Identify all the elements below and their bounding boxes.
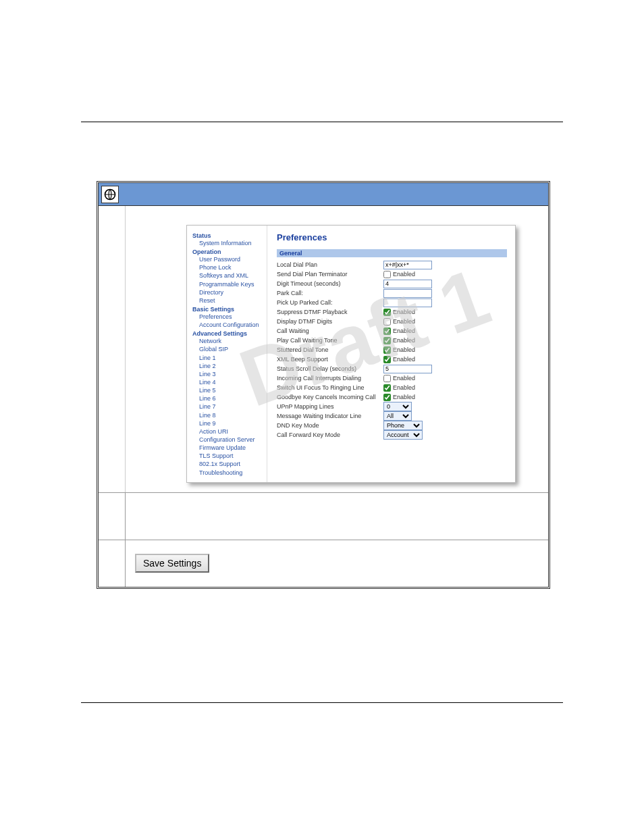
step-rows: Save Settings (99, 492, 548, 587)
txt-enabled: Enabled (393, 356, 415, 363)
txt-enabled: Enabled (393, 375, 415, 382)
cb-xml-beep[interactable] (383, 356, 391, 363)
txt-enabled: Enabled (393, 346, 415, 353)
lbl-call-waiting: Call Waiting (277, 328, 383, 334)
lbl-status-scroll: Status Scroll Delay (seconds) (277, 365, 383, 372)
app-window: Status System Information Operation User… (97, 181, 550, 589)
step-num-2 (99, 493, 126, 540)
nav-item-line-4[interactable]: Line 4 (199, 378, 263, 386)
txt-enabled: Enabled (393, 337, 415, 344)
nav-item-8021x-support[interactable]: 802.1x Support (199, 460, 263, 468)
lbl-suppress-dtmf: Suppress DTMF Playback (277, 309, 383, 315)
cb-display-dtmf[interactable] (383, 318, 391, 325)
select-cf[interactable]: Account (383, 430, 423, 440)
lbl-digit-timeout: Digit Timeout (seconds) (277, 280, 383, 287)
nav-item-line-2[interactable]: Line 2 (199, 362, 263, 370)
cb-call-waiting[interactable] (383, 328, 391, 335)
nav-item-network[interactable]: Network (199, 337, 263, 345)
nav-item-config-server[interactable]: Configuration Server (199, 436, 263, 444)
input-park-call[interactable] (383, 289, 432, 298)
select-upnp[interactable]: 0 (383, 402, 412, 411)
nav-item-firmware-update[interactable]: Firmware Update (199, 444, 263, 452)
nav-item-global-sip[interactable]: Global SIP (199, 345, 263, 353)
lbl-switch-ui: Switch UI Focus To Ringing Line (277, 384, 383, 391)
input-digit-timeout[interactable] (383, 280, 432, 288)
lbl-mwi: Message Waiting Indicator Line (277, 413, 383, 419)
lbl-display-dtmf: Display DTMF Digits (277, 318, 383, 325)
nav-header-basic: Basic Settings (192, 306, 263, 313)
lbl-goodbye: Goodbye Key Cancels Incoming Call (277, 394, 383, 400)
input-status-scroll[interactable] (383, 365, 432, 373)
nav-item-softkeys-xml[interactable]: Softkeys and XML (199, 271, 263, 280)
lbl-cf: Call Forward Key Mode (277, 432, 383, 438)
nav-item-line-8[interactable]: Line 8 (199, 411, 263, 419)
select-dnd[interactable]: Phone (383, 421, 423, 430)
lbl-stuttered: Stuttered Dial Tone (277, 346, 383, 353)
lbl-park-call: Park Call: (277, 290, 383, 296)
nav-item-phone-lock[interactable]: Phone Lock (199, 263, 263, 271)
nav-item-troubleshooting[interactable]: Troubleshooting (199, 469, 263, 477)
lbl-xml-beep: XML Beep Support (277, 356, 383, 363)
cb-send-terminator[interactable] (383, 271, 391, 278)
txt-enabled: Enabled (393, 394, 415, 400)
nav-item-directory[interactable]: Directory (199, 288, 263, 296)
nav-item-line-7[interactable]: Line 7 (199, 402, 263, 411)
save-settings-button[interactable]: Save Settings (135, 554, 209, 573)
txt-enabled: Enabled (393, 384, 415, 391)
lbl-send-terminator: Send Dial Plan Terminator (277, 271, 383, 278)
nav-item-line-5[interactable]: Line 5 (199, 386, 263, 394)
cb-play-cw-tone[interactable] (383, 337, 391, 344)
nav-item-reset[interactable]: Reset (199, 296, 263, 305)
cb-stuttered[interactable] (383, 346, 391, 354)
lbl-pickup-parked: Pick Up Parked Call: (277, 299, 383, 306)
input-pickup-parked[interactable] (383, 298, 432, 307)
step-row-2 (99, 492, 548, 540)
lbl-play-cw-tone: Play Call Waiting Tone (277, 337, 383, 344)
page-title: Preferences (277, 232, 507, 242)
nav-item-line-3[interactable]: Line 3 (199, 370, 263, 378)
nav-sidebar: Status System Information Operation User… (187, 226, 267, 482)
nav-item-user-password[interactable]: User Password (199, 255, 263, 263)
lbl-local-dial-plan: Local Dial Plan (277, 261, 383, 268)
step-body-2 (126, 493, 548, 540)
window-titlebar (99, 183, 548, 206)
globe-icon (101, 186, 119, 203)
step-row-3: Save Settings (99, 540, 548, 587)
section-general: General (277, 249, 507, 257)
lbl-upnp: UPnP Mapping Lines (277, 403, 383, 410)
txt-enabled: Enabled (393, 309, 415, 315)
nav-item-preferences[interactable]: Preferences (199, 313, 263, 321)
txt-enabled: Enabled (393, 328, 415, 334)
nav-item-action-uri[interactable]: Action URI (199, 427, 263, 436)
nav-item-line-6[interactable]: Line 6 (199, 394, 263, 402)
nav-item-line-1[interactable]: Line 1 (199, 354, 263, 362)
txt-enabled: Enabled (393, 271, 415, 278)
lbl-incoming-interrupt: Incoming Call Interrupts Dialing (277, 375, 383, 382)
cb-switch-ui[interactable] (383, 384, 391, 392)
cb-goodbye[interactable] (383, 394, 391, 401)
nav-item-tls-support[interactable]: TLS Support (199, 452, 263, 460)
nav-header-status: Status (192, 232, 263, 239)
txt-enabled: Enabled (393, 318, 415, 325)
content-pane: Preferences General Local Dial Plan Send… (267, 226, 515, 482)
select-mwi[interactable]: All (383, 411, 412, 421)
nav-item-system-information[interactable]: System Information (199, 239, 263, 247)
step-num-3 (99, 540, 126, 587)
input-local-dial-plan[interactable] (383, 261, 432, 269)
nav-header-operation: Operation (192, 249, 263, 255)
config-panel: Status System Information Operation User… (186, 225, 516, 483)
page-top-rule (81, 122, 563, 122)
lbl-dnd: DND Key Mode (277, 422, 383, 429)
cb-incoming-interrupt[interactable] (383, 375, 391, 382)
nav-item-account-config[interactable]: Account Configuration (199, 321, 263, 329)
step-body-3: Save Settings (126, 540, 548, 587)
nav-item-programmable-keys[interactable]: Programmable Keys (199, 280, 263, 288)
left-gutter (99, 206, 126, 492)
nav-header-advanced: Advanced Settings (192, 330, 263, 337)
page-bottom-rule (81, 702, 563, 703)
nav-item-line-9[interactable]: Line 9 (199, 419, 263, 427)
cb-suppress-dtmf[interactable] (383, 309, 391, 316)
